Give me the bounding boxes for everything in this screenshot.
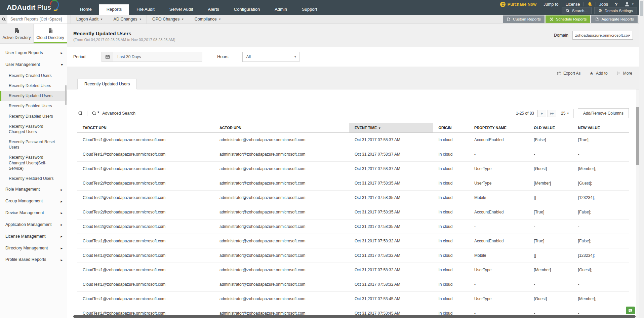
table-row[interactable]: CloudTest1@zohoadapazure.onmicrosoft.com…: [77, 147, 629, 162]
app-logo[interactable]: ADAuditPlus: [0, 0, 61, 15]
sidebar-item[interactable]: Recently Password Changed Users: [0, 121, 67, 137]
notifications-button[interactable]: [584, 2, 596, 7]
export-as-button[interactable]: Export As: [557, 71, 580, 76]
column-search-icon[interactable]: [77, 111, 87, 116]
table-scrollbar[interactable]: [636, 89, 639, 318]
license-link[interactable]: License: [562, 2, 583, 7]
column-header-old-value[interactable]: OLD VALUE: [528, 123, 572, 133]
search-reports-input[interactable]: [7, 15, 67, 24]
sidebar-item[interactable]: Recently Disabled Users: [0, 111, 67, 121]
sidebar-item[interactable]: Application Management: [0, 219, 67, 231]
add-to-button[interactable]: ★ Add to: [589, 71, 607, 76]
column-header-origin[interactable]: ORIGIN: [433, 123, 469, 133]
search-reports-icon[interactable]: [0, 15, 7, 24]
sidebar-item[interactable]: Directory Management: [0, 242, 67, 254]
table-row[interactable]: CloudTest1@zohoadapazure.onmicrosoft.com…: [77, 162, 629, 176]
sidebar-item[interactable]: Recently Enabled Users: [0, 101, 67, 111]
period-picker[interactable]: Last 30 Days: [102, 52, 202, 62]
sidebar-item[interactable]: User Logon Reports: [0, 47, 67, 59]
report-category-menu[interactable]: AD Changes ▾: [108, 15, 147, 24]
topnav-item[interactable]: Admin: [267, 4, 294, 15]
cell-event-time: Oct 31,2017 07:58:37 AM: [349, 147, 433, 162]
table-row[interactable]: CloudTest1@zohoadapazure.onmicrosoft.com…: [77, 263, 629, 277]
next-page-button[interactable]: ▶: [537, 110, 546, 117]
sidebar-item[interactable]: Recently Password Changed Users(Self-Ser…: [0, 152, 67, 173]
topnav-item[interactable]: Support: [294, 4, 325, 15]
last-page-button[interactable]: ▶▶: [548, 110, 556, 117]
table-row[interactable]: CloudTest1@zohoadapazure.onmicrosoft.com…: [77, 248, 629, 263]
topnav-item[interactable]: File Audit: [129, 4, 162, 15]
topnav-item[interactable]: Reports: [99, 4, 129, 15]
topnav-item[interactable]: Configuration: [227, 4, 267, 15]
sidebar-item[interactable]: Recently Password Reset Users: [0, 137, 67, 152]
directory-tab[interactable]: Active Directory: [0, 24, 34, 43]
advanced-search-button[interactable]: ★ Advanced Search: [87, 111, 135, 116]
sidebar-scrollbar[interactable]: [65, 85, 67, 105]
sidebar-item[interactable]: Recently Created Users: [0, 71, 67, 81]
jump-to-link[interactable]: Jump to: [540, 2, 562, 7]
sidebar-item[interactable]: Device Management: [0, 207, 67, 219]
cell-old-value: [Member]: [528, 176, 572, 191]
add-remove-columns-button[interactable]: Add/Remove Columns: [578, 108, 629, 118]
sidebar-report-list: User Logon Reports User Management Recen…: [0, 44, 67, 266]
horizontal-scrollbar[interactable]: [73, 315, 636, 318]
tab-recently-updated-users[interactable]: Recently Updated Users: [77, 79, 137, 89]
sidebar-item[interactable]: Group Management: [0, 195, 67, 207]
directory-tab[interactable]: Cloud Directory: [34, 24, 67, 43]
chat-feedback-button[interactable]: [626, 307, 635, 314]
aggregate-reports-button[interactable]: Aggregate Reports: [591, 15, 638, 23]
more-button[interactable]: More: [616, 71, 632, 76]
search-icon: [92, 111, 97, 116]
domain-select[interactable]: zohoadapazure.onmicrosoft.com ▾: [572, 31, 633, 40]
table-row[interactable]: CloudTest2@zohoadapazure.onmicrosoft.com…: [77, 176, 629, 191]
cell-old-value: [Guest]: [528, 292, 572, 306]
topnav-item[interactable]: Server Audit: [162, 4, 201, 15]
report-category-menu[interactable]: Compliance ▾: [189, 15, 227, 24]
table-row[interactable]: CloudTest2@zohoadapazure.onmicrosoft.com…: [77, 205, 629, 220]
global-search-button[interactable]: Search...: [562, 7, 592, 14]
cell-actor-upn: administrator@zohoadapazure.onmicrosoft.…: [214, 220, 349, 234]
report-category-menu[interactable]: Logon Audit ▾: [71, 15, 108, 24]
cell-origin: In cloud: [433, 220, 469, 234]
table-row[interactable]: CloudTest2@zohoadapazure.onmicrosoft.com…: [77, 220, 629, 234]
page-size-select[interactable]: 25 ▾: [561, 111, 569, 116]
table-row[interactable]: CloudTest1@zohoadapazure.onmicrosoft.com…: [77, 292, 629, 306]
topnav-item[interactable]: Home: [73, 4, 99, 15]
column-header-property-name[interactable]: PROPERTY NAME: [469, 123, 528, 133]
cell-new-value: [Member];: [573, 162, 629, 176]
table-row[interactable]: CloudTest1@zohoadapazure.onmicrosoft.com…: [77, 234, 629, 248]
sidebar-item[interactable]: Recently Restored Users: [0, 173, 67, 184]
purchase-now-link[interactable]: Purchase Now: [497, 2, 540, 7]
table-body: CloudTest1@zohoadapazure.onmicrosoft.com…: [77, 133, 629, 318]
report-icon: [595, 17, 599, 22]
calendar-icon[interactable]: [102, 52, 113, 62]
table-row[interactable]: CloudTest2@zohoadapazure.onmicrosoft.com…: [77, 191, 629, 205]
column-header-target-upn[interactable]: TARGET UPN: [77, 123, 214, 133]
star-icon: ★: [589, 71, 594, 76]
custom-reports-button[interactable]: Custom Reports: [503, 15, 545, 23]
topnav-item[interactable]: Alerts: [201, 4, 227, 15]
cell-origin: In cloud: [433, 263, 469, 277]
sidebar-item[interactable]: License Management: [0, 231, 67, 242]
sidebar-item[interactable]: Role Management: [0, 184, 67, 195]
cell-old-value: []: [528, 191, 572, 205]
table-row[interactable]: CloudTest1@zohoadapazure.onmicrosoft.com…: [77, 133, 629, 147]
sidebar-item[interactable]: Recently Updated Users: [0, 91, 67, 101]
hours-select[interactable]: All ▾: [242, 52, 299, 62]
cell-new-value: -: [573, 220, 629, 234]
domain-settings-button[interactable]: ⚙ Domain Settings: [594, 7, 637, 14]
user-menu[interactable]: ▾: [621, 1, 637, 7]
sidebar-item[interactable]: Recently Deleted Users: [0, 81, 67, 91]
column-header-new-value[interactable]: NEW VALUE: [573, 123, 629, 133]
help-button[interactable]: ?: [611, 2, 621, 7]
column-header-actor-upn[interactable]: ACTOR UPN: [214, 123, 349, 133]
jobs-link[interactable]: Jobs: [596, 2, 611, 7]
report-category-menu[interactable]: GPO Changes ▾: [147, 15, 189, 24]
column-header-event-time[interactable]: EVENT TIME▾: [349, 123, 433, 133]
table-row[interactable]: CloudTest1@zohoadapazure.onmicrosoft.com…: [77, 277, 629, 292]
sidebar-item[interactable]: User Management: [0, 59, 67, 71]
cell-event-time: Oct 31,2017 07:53:45 AM: [349, 292, 433, 306]
sidebar-item[interactable]: Profile Based Reports: [0, 254, 67, 266]
page-scrollbar[interactable]: [639, 0, 644, 318]
schedule-reports-button[interactable]: Schedule Reports: [546, 15, 590, 23]
